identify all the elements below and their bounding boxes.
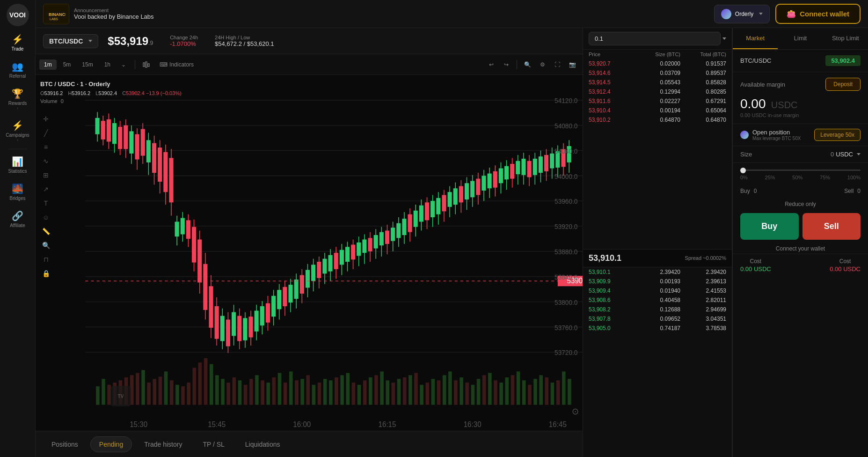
ob-ask-row[interactable]: 53,911.6 0.02227 0.67291 xyxy=(583,96,732,106)
size-slider-thumb[interactable] xyxy=(740,168,746,173)
svg-rect-81 xyxy=(460,377,463,405)
ob-bid-row[interactable]: 53,908.6 0.40458 2.82011 xyxy=(583,295,732,305)
ob-size-dropdown-icon[interactable] xyxy=(722,37,726,40)
svg-rect-27 xyxy=(153,379,157,405)
ob-ask-row[interactable]: 53,912.4 0.12994 0.80285 xyxy=(583,87,732,96)
ob-bid-row[interactable]: 53,909.9 0.00193 2.39613 xyxy=(583,277,732,286)
bid-price: 53,910.1 xyxy=(589,269,635,275)
ob-bid-row[interactable]: 53,905.0 0.74187 3.78538 xyxy=(583,324,732,333)
ob-bid-row[interactable]: 53,910.1 2.39420 2.39420 xyxy=(583,267,732,277)
fullscreen-icon[interactable]: ⛶ xyxy=(551,58,564,71)
svg-rect-126 xyxy=(163,152,168,192)
ob-ask-row[interactable]: 53,914.5 0.05543 0.85828 xyxy=(583,78,732,87)
tf-1m-button[interactable]: 1m xyxy=(39,59,57,70)
size-value: 0 xyxy=(831,151,834,158)
indicators-button[interactable]: ⌨ Indicators xyxy=(155,59,198,70)
svg-rect-43 xyxy=(244,385,248,405)
bid-total: 2.39613 xyxy=(680,278,726,285)
pair-selector[interactable]: BTC/USDC xyxy=(43,34,98,48)
sell-button[interactable]: Sell xyxy=(802,213,861,240)
svg-rect-152 xyxy=(237,316,241,341)
size-dropdown-icon[interactable] xyxy=(857,153,861,155)
ask-size: 0.02227 xyxy=(635,98,680,104)
sidebar-item-bridges[interactable]: 🌉 Bridges xyxy=(0,178,35,206)
svg-rect-53 xyxy=(300,379,304,405)
sell-label: Sell xyxy=(844,188,853,194)
connect-wallet-label: Connect wallet xyxy=(800,10,849,18)
svg-rect-204 xyxy=(385,231,389,244)
order-pair-name: BTC/USDC xyxy=(740,57,771,64)
ob-ask-rows: 53,920.7 0.02000 0.91537 53,914.6 0.0370… xyxy=(583,59,732,249)
ask-price: 53,910.2 xyxy=(589,117,635,123)
bid-total: 2.39420 xyxy=(680,269,726,275)
ob-ask-row[interactable]: 53,910.2 0.64870 0.64870 xyxy=(583,115,732,125)
tab-market[interactable]: Market xyxy=(733,28,778,49)
svg-rect-92 xyxy=(522,380,526,405)
sidebar-item-label: Affiliate xyxy=(10,223,25,228)
ob-ask-row[interactable]: 53,914.6 0.03709 0.89537 xyxy=(583,68,732,78)
svg-rect-41 xyxy=(233,377,236,405)
tab-tp-sl[interactable]: TP / SL xyxy=(194,437,233,452)
svg-rect-98 xyxy=(556,380,560,405)
tf-15m-button[interactable]: 15m xyxy=(77,59,97,70)
svg-rect-202 xyxy=(379,232,384,245)
orderly-small-icon xyxy=(740,131,749,139)
ob-bid-row[interactable]: 53,908.2 0.12688 2.94699 xyxy=(583,305,732,314)
svg-rect-120 xyxy=(146,140,151,162)
cost-value-2: 0.00 USDC xyxy=(830,265,861,273)
svg-rect-148 xyxy=(226,320,230,346)
svg-rect-110 xyxy=(118,127,122,149)
tab-positions[interactable]: Positions xyxy=(43,437,87,452)
margin-label: Available margin xyxy=(740,81,785,88)
bid-price: 53,909.4 xyxy=(589,287,635,294)
undo-icon[interactable]: ↩ xyxy=(485,58,498,71)
timeframe-dropdown-icon[interactable]: ⌄ xyxy=(117,58,130,71)
connect-wallet-button[interactable]: 👛 Connect wallet xyxy=(775,4,861,24)
sidebar-item-statistics[interactable]: 📊 Statistics xyxy=(0,151,35,178)
redo-icon[interactable]: ↪ xyxy=(500,58,513,71)
sidebar-item-campaigns[interactable]: ⚡ Campaigns › xyxy=(0,115,35,147)
svg-text:16:45: 16:45 xyxy=(549,420,567,428)
svg-rect-25 xyxy=(141,370,145,405)
svg-rect-84 xyxy=(477,379,481,405)
tf-5m-button[interactable]: 5m xyxy=(58,59,76,70)
size-slider-track[interactable] xyxy=(740,170,861,171)
tf-1h-button[interactable]: 1h xyxy=(100,59,115,70)
sidebar-item-trade[interactable]: ⚡ Trade xyxy=(0,29,35,56)
ob-ask-row[interactable]: 53,920.7 0.02000 0.91537 xyxy=(583,59,732,68)
bid-total: 2.94699 xyxy=(680,306,726,313)
svg-rect-254 xyxy=(527,161,532,177)
sidebar-item-referral[interactable]: 👥 Referral xyxy=(0,56,35,83)
ob-bid-row[interactable]: 53,907.8 0.09652 3.04351 xyxy=(583,314,732,324)
svg-rect-49 xyxy=(278,373,282,405)
sidebar-item-affiliate[interactable]: 🔗 Affiliate xyxy=(0,206,35,233)
tab-stop-limit[interactable]: Stop Limit xyxy=(823,28,868,49)
pair-dropdown-icon xyxy=(88,40,92,42)
svg-rect-61 xyxy=(346,373,350,405)
svg-rect-33 xyxy=(187,383,190,405)
buy-button[interactable]: Buy xyxy=(740,213,799,240)
tab-trade-history[interactable]: Trade history xyxy=(136,437,190,452)
settings-chart-icon[interactable]: ⚙ xyxy=(536,58,549,71)
svg-rect-158 xyxy=(255,311,259,332)
svg-rect-156 xyxy=(248,317,253,337)
chart-type-icon[interactable] xyxy=(140,58,153,71)
tab-liquidations[interactable]: Liquidations xyxy=(237,437,289,452)
orderly-selector[interactable]: Orderly xyxy=(714,5,770,23)
search-chart-icon[interactable]: 🔍 xyxy=(521,58,534,71)
ask-size: 0.12994 xyxy=(635,88,680,95)
ob-ask-row[interactable]: 53,910.4 0.00194 0.65064 xyxy=(583,106,732,115)
svg-rect-248 xyxy=(510,164,514,179)
ob-size-input[interactable] xyxy=(589,32,721,45)
ob-bid-row[interactable]: 53,909.4 0.01940 2.41553 xyxy=(583,286,732,295)
tab-pending[interactable]: Pending xyxy=(90,436,132,452)
screenshot-icon[interactable]: 📷 xyxy=(566,58,579,71)
svg-rect-196 xyxy=(362,240,366,253)
sidebar-item-rewards[interactable]: 🏆 Rewards › xyxy=(0,83,35,115)
leverage-button[interactable]: Leverage 50x xyxy=(814,129,861,141)
ask-size: 0.03709 xyxy=(635,70,680,76)
deposit-button[interactable]: Deposit xyxy=(825,78,861,91)
svg-rect-170 xyxy=(288,285,292,302)
app-logo[interactable]: VOOI xyxy=(7,4,29,26)
tab-limit[interactable]: Limit xyxy=(778,28,823,49)
